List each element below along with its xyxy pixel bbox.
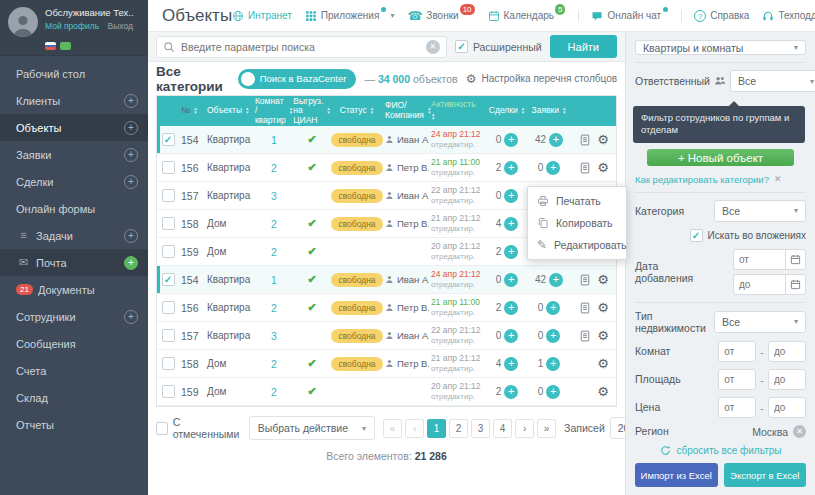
category-select[interactable]: Все ▾ (714, 200, 806, 222)
with-marked-checkbox[interactable] (156, 422, 168, 435)
search-attachments-toggle[interactable]: Искать во вложениях (635, 229, 806, 242)
edit-categories-link[interactable]: Как редактировать категории? (635, 174, 769, 185)
column-header[interactable]: №▲▼ (179, 96, 205, 126)
people-groups-icon[interactable] (714, 75, 726, 87)
responsible-select[interactable]: Все ▾ (730, 70, 815, 92)
nav-item-headset[interactable]: Техподдержка (762, 10, 815, 22)
calendar-icon[interactable] (785, 249, 806, 270)
advanced-search-toggle[interactable]: Расширенный (455, 40, 542, 53)
sidebar-item[interactable]: 21Документы (0, 276, 148, 303)
area-to-input[interactable] (768, 369, 806, 390)
settings-gear-icon[interactable]: ⚙ (597, 273, 609, 286)
sidebar-item[interactable]: Склад (0, 384, 148, 411)
add-request-button[interactable]: + (546, 161, 560, 175)
price-to-input[interactable] (768, 397, 806, 418)
columns-settings-button[interactable]: ⚙ Настройка перечня столбцов (466, 73, 617, 85)
records-per-page-select[interactable]: 20 ▾ (610, 417, 625, 439)
nav-item-calendar[interactable]: Календарь5 (488, 10, 566, 22)
context-menu-item[interactable]: Печатать (528, 190, 626, 212)
add-icon[interactable]: + (124, 175, 138, 189)
row-checkbox[interactable] (162, 189, 175, 202)
add-deal-button[interactable]: + (504, 245, 518, 259)
context-menu-item[interactable]: ✎Редактировать (528, 234, 626, 256)
pager-arrow-button[interactable]: » (537, 419, 556, 438)
add-deal-button[interactable]: + (504, 357, 518, 371)
avatar[interactable] (8, 7, 38, 37)
table-row[interactable]: 154Квартира1✔свободнаИван А.24 апр 21:12… (157, 126, 616, 154)
add-deal-button[interactable]: + (504, 273, 518, 287)
search-submit-button[interactable]: Найти (550, 35, 617, 58)
sidebar-item[interactable]: Сделки+ (0, 168, 148, 195)
calendar-icon[interactable] (785, 274, 806, 295)
document-icon[interactable] (579, 274, 591, 286)
export-excel-button[interactable]: Экспорт в Excel (724, 463, 807, 487)
category-group-select[interactable]: Квартиры и комнаты ▾ (635, 40, 806, 55)
add-deal-button[interactable]: + (504, 217, 518, 231)
nav-item-chat[interactable]: Онлайн чат (578, 10, 668, 22)
document-icon[interactable] (579, 134, 591, 146)
add-icon[interactable]: + (124, 310, 138, 324)
action-select[interactable]: Выбрать действие ▾ (249, 416, 375, 440)
property-type-select[interactable]: Все ▾ (714, 311, 806, 333)
page-button[interactable]: 1 (427, 419, 446, 438)
row-checkbox[interactable] (162, 385, 175, 398)
column-header[interactable]: Статус▲▼ (331, 96, 383, 126)
column-header[interactable]: Активность▲▼ (429, 96, 487, 126)
close-icon[interactable]: ✕ (774, 174, 782, 184)
sidebar-item[interactable]: Счета (0, 357, 148, 384)
sidebar-item[interactable]: Сотрудники+ (0, 303, 148, 330)
table-row[interactable]: 156Квартира2✔свободнаПетр В.21 апр 11:00… (157, 154, 616, 182)
date-to-input[interactable] (733, 274, 785, 295)
column-header[interactable]: Сделки▲▼ (487, 96, 527, 126)
page-button[interactable]: 3 (471, 419, 490, 438)
settings-gear-icon[interactable]: ⚙ (597, 329, 609, 342)
add-request-button[interactable]: + (546, 301, 560, 315)
rooms-to-input[interactable] (768, 341, 806, 362)
settings-gear-icon[interactable]: ⚙ (597, 385, 609, 398)
price-from-input[interactable] (718, 397, 756, 418)
settings-gear-icon[interactable]: ⚙ (597, 357, 609, 370)
table-row[interactable]: 157Квартира3свободнаИван А.22 апр 21:12о… (157, 322, 616, 350)
add-icon[interactable]: + (124, 256, 138, 270)
with-marked-toggle[interactable]: С отмеченными (156, 416, 241, 440)
sidebar-item[interactable]: Рабочий стол (0, 60, 148, 87)
add-request-button[interactable]: + (549, 133, 563, 147)
sidebar-item[interactable]: Сообщения (0, 330, 148, 357)
add-deal-button[interactable]: + (504, 385, 518, 399)
add-icon[interactable]: + (124, 148, 138, 162)
settings-gear-icon[interactable]: ⚙ (597, 161, 609, 174)
nav-item-globe[interactable]: Интранет (232, 10, 292, 22)
row-checkbox[interactable] (162, 357, 175, 370)
settings-gear-icon[interactable]: ⚙ (597, 133, 609, 146)
sidebar-item[interactable]: Заявки+ (0, 141, 148, 168)
row-checkbox[interactable] (162, 133, 175, 146)
remove-region-icon[interactable]: ✕ (793, 425, 806, 438)
column-header[interactable]: Заявки▲▼ (527, 96, 571, 126)
document-icon[interactable] (579, 162, 591, 174)
column-header[interactable]: Выгруз. на ЦИАН▲▼ (293, 96, 331, 126)
advanced-checkbox[interactable] (455, 40, 468, 53)
column-header[interactable]: ФИО/ Компания▲▼ (383, 96, 429, 126)
page-button[interactable]: 2 (449, 419, 468, 438)
sidebar-item[interactable]: Онлайн формы (0, 195, 148, 222)
profile-link[interactable]: Мой профиль (45, 21, 99, 31)
context-menu-item[interactable]: Копировать (528, 212, 626, 234)
row-checkbox[interactable] (162, 329, 175, 342)
rooms-from-input[interactable] (718, 341, 756, 362)
search-input[interactable] (181, 41, 420, 53)
add-request-button[interactable]: + (549, 273, 563, 287)
attachments-checkbox[interactable] (690, 229, 703, 242)
sidebar-item[interactable]: ≡Задачи+ (0, 222, 148, 249)
add-deal-button[interactable]: + (504, 189, 518, 203)
sidebar-item[interactable]: Объекты+ (0, 114, 148, 141)
nav-item-phone[interactable]: ☎Звонки10 (407, 10, 474, 22)
add-icon[interactable]: + (124, 94, 138, 108)
add-request-button[interactable]: + (546, 329, 560, 343)
area-from-input[interactable] (718, 369, 756, 390)
nav-item-grid[interactable]: Приложения▾ (305, 10, 395, 22)
table-row[interactable]: 156Квартира2✔свободнаПетр В.21 апр 11:00… (157, 294, 616, 322)
table-row[interactable]: 154Квартира1✔свободнаИван А.24 апр 21:12… (157, 266, 616, 294)
date-from-input[interactable] (733, 249, 785, 270)
row-checkbox[interactable] (162, 161, 175, 174)
sidebar-item[interactable]: ✉Почта+ (0, 249, 148, 276)
